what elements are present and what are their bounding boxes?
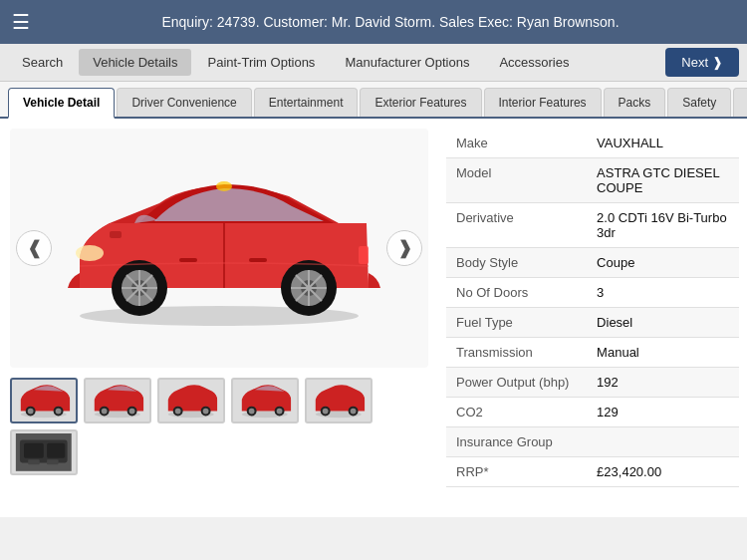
svg-point-34 — [175, 409, 181, 415]
details-field-value: Manual — [587, 338, 739, 368]
details-field-value: £23,420.00 — [587, 457, 739, 487]
thumbnail-4[interactable] — [231, 378, 299, 423]
nav-paint-trim[interactable]: Paint-Trim Options — [193, 49, 329, 76]
svg-rect-51 — [28, 459, 40, 464]
details-field-label: Transmission — [446, 338, 587, 368]
details-field-label: CO2 — [446, 398, 587, 427]
details-row: Power Output (bhp)192 — [446, 368, 739, 398]
svg-rect-49 — [24, 443, 44, 458]
image-area: ❰ ❱ — [0, 119, 438, 517]
svg-rect-20 — [179, 258, 197, 262]
tab-packs[interactable]: Packs — [604, 88, 666, 117]
details-field-label: RRP* — [446, 457, 587, 487]
details-field-label: Fuel Type — [446, 308, 587, 338]
tab-entertainment[interactable]: Entertainment — [254, 88, 359, 117]
nav-search[interactable]: Search — [8, 49, 77, 76]
tab-exterior-features[interactable]: Exterior Features — [360, 88, 481, 117]
thumbnail-3[interactable] — [157, 378, 225, 423]
svg-point-26 — [56, 409, 62, 415]
next-arrow-icon: ❱ — [712, 55, 723, 70]
tabs-bar: Vehicle Detail Driver Convenience Entert… — [0, 82, 747, 119]
thumbnail-2[interactable] — [84, 378, 151, 423]
svg-rect-18 — [110, 231, 122, 238]
svg-rect-17 — [359, 246, 369, 264]
svg-point-16 — [76, 245, 104, 261]
details-field-label: Derivative — [446, 203, 587, 248]
svg-rect-50 — [47, 443, 65, 458]
details-field-value: 2.0 CDTi 16V Bi-Turbo 3dr — [587, 203, 739, 248]
svg-point-31 — [129, 409, 135, 415]
thumbnail-5[interactable] — [305, 378, 373, 423]
tab-driver-convenience[interactable]: Driver Convenience — [117, 88, 251, 117]
details-field-label: Make — [446, 129, 587, 158]
details-row: Derivative2.0 CDTi 16V Bi-Turbo 3dr — [446, 203, 739, 248]
details-row: CO2129 — [446, 398, 739, 427]
svg-point-44 — [323, 409, 329, 415]
details-field-label: Body Style — [446, 248, 587, 278]
prev-arrow-button[interactable]: ❰ — [16, 230, 52, 266]
svg-point-29 — [102, 409, 108, 415]
details-field-value: 3 — [587, 278, 739, 308]
thumbnail-6[interactable] — [10, 429, 78, 475]
details-field-value: ASTRA GTC DIESEL COUPE — [587, 158, 739, 203]
details-area: MakeVAUXHALLModelASTRA GTC DIESEL COUPED… — [438, 119, 747, 517]
svg-rect-52 — [47, 459, 59, 464]
details-row: Body StyleCoupe — [446, 248, 739, 278]
details-field-value: Diesel — [587, 308, 739, 338]
details-row: MakeVAUXHALL — [446, 129, 739, 158]
details-row: ModelASTRA GTC DIESEL COUPE — [446, 158, 739, 203]
svg-point-21 — [216, 181, 232, 191]
details-field-label: Model — [446, 158, 587, 203]
details-field-value: Coupe — [587, 248, 739, 278]
svg-point-36 — [203, 409, 209, 415]
car-main-image — [50, 158, 388, 338]
thumbnail-1[interactable] — [10, 378, 78, 423]
nav-accessories[interactable]: Accessories — [485, 49, 583, 76]
details-field-value: VAUXHALL — [587, 129, 739, 158]
main-image-container: ❰ ❱ — [10, 129, 428, 368]
details-row: RRP*£23,420.00 — [446, 457, 739, 487]
nav-manufacturer[interactable]: Manufacturer Options — [331, 49, 483, 76]
tab-vehicle-detail[interactable]: Vehicle Detail — [8, 88, 115, 119]
vehicle-details-table: MakeVAUXHALLModelASTRA GTC DIESEL COUPED… — [446, 129, 739, 487]
tab-interior-features[interactable]: Interior Features — [484, 88, 602, 117]
svg-rect-19 — [249, 258, 267, 262]
details-row: Insurance Group — [446, 427, 739, 457]
svg-point-39 — [249, 409, 255, 415]
tab-security[interactable]: Security — [733, 88, 747, 117]
details-row: TransmissionManual — [446, 338, 739, 368]
details-field-value: 129 — [587, 398, 739, 427]
navbar: Search Vehicle Details Paint-Trim Option… — [0, 44, 747, 82]
details-field-label: Insurance Group — [446, 427, 587, 457]
tab-safety[interactable]: Safety — [667, 88, 731, 117]
header-title: Enquiry: 24739. Customer: Mr. David Stor… — [46, 14, 735, 30]
nav-vehicle-details[interactable]: Vehicle Details — [79, 49, 191, 76]
next-button[interactable]: Next ❱ — [665, 48, 739, 77]
main-content: ❰ ❱ — [0, 119, 747, 517]
svg-point-24 — [28, 409, 34, 415]
details-field-value: 192 — [587, 368, 739, 398]
menu-icon[interactable]: ☰ — [12, 10, 30, 34]
next-arrow-button[interactable]: ❱ — [386, 230, 422, 266]
details-row: No Of Doors3 — [446, 278, 739, 308]
svg-point-46 — [351, 409, 357, 415]
next-label: Next — [681, 55, 708, 70]
details-field-label: Power Output (bhp) — [446, 368, 587, 398]
thumbnails-strip — [10, 378, 428, 475]
header: ☰ Enquiry: 24739. Customer: Mr. David St… — [0, 0, 747, 44]
details-field-label: No Of Doors — [446, 278, 587, 308]
details-field-value — [587, 427, 739, 457]
details-row: Fuel TypeDiesel — [446, 308, 739, 338]
svg-point-41 — [277, 409, 283, 415]
